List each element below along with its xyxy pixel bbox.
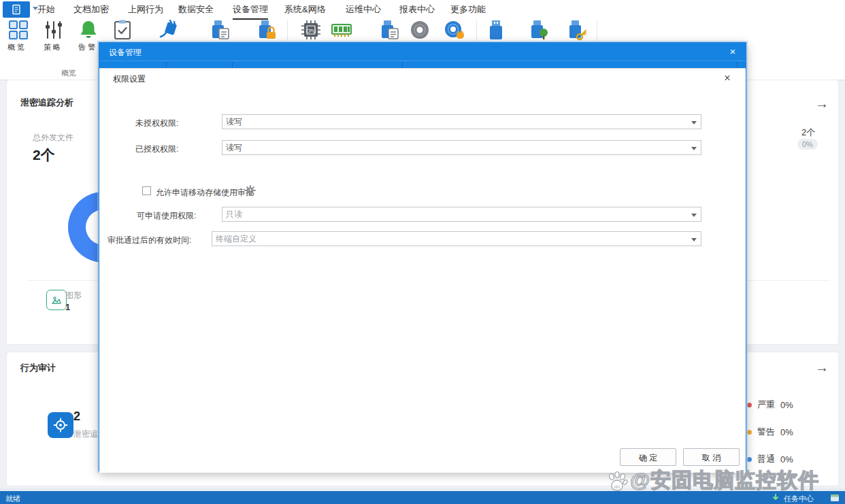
- side-stat-badge: 0%: [797, 139, 818, 150]
- memory-icon[interactable]: [331, 19, 352, 41]
- cpu-icon[interactable]: CPU: [300, 19, 322, 41]
- severity-row-warning: 警告 0%: [747, 426, 793, 438]
- ok-button[interactable]: 确 定: [620, 448, 676, 466]
- severity-label: 严重: [757, 399, 775, 411]
- severity-row-critical: 严重 0%: [747, 399, 793, 411]
- leak-trace-stat-box[interactable]: [48, 412, 73, 438]
- toolbar-label-alert[interactable]: 告 警: [78, 42, 95, 52]
- device-management-dialog: 设备管理 × 权限设置 × 未授权权限: 读写 已授权权限: 读写: [99, 42, 746, 471]
- usb-lock-icon[interactable]: [256, 19, 278, 41]
- select-value: 终端自定义: [216, 233, 256, 245]
- tab-device-management[interactable]: 设备管理: [233, 3, 268, 20]
- overview-icon[interactable]: [7, 19, 29, 41]
- tab-doc-encrypt[interactable]: 文档加密: [73, 3, 109, 16]
- task-window-icon[interactable]: [830, 494, 840, 502]
- app-menu-icon: [11, 4, 22, 15]
- tab-web-behavior[interactable]: 上网行为: [128, 3, 163, 16]
- panel1-arrow-link[interactable]: →: [815, 97, 829, 110]
- gear-icon[interactable]: [245, 185, 256, 196]
- panel-close-icon[interactable]: ×: [721, 72, 733, 84]
- select-value: 读写: [226, 116, 242, 128]
- cd-icon[interactable]: [409, 19, 431, 41]
- tab-data-security[interactable]: 数据安全: [178, 3, 214, 16]
- severity-dot-warning: [747, 430, 752, 435]
- select-valid-time[interactable]: 终端自定义: [212, 231, 701, 246]
- approval-checkbox-label: 允许申请移动存储使用审批: [156, 187, 254, 199]
- toolbar-separator: [287, 20, 288, 41]
- chevron-down-icon: [691, 121, 697, 124]
- severity-dot-critical: [747, 403, 752, 407]
- side-stat-value: 2个: [801, 127, 815, 139]
- usb-tree-icon[interactable]: [528, 19, 550, 41]
- field-label-unauthorized: 未授权权限:: [135, 118, 178, 129]
- app-menu-button[interactable]: [3, 1, 30, 18]
- panel2-arrow-link[interactable]: →: [815, 360, 829, 374]
- legend-label: 图形: [65, 290, 82, 301]
- chevron-down-icon: [691, 238, 697, 241]
- select-unauthorized-permission[interactable]: 读写: [222, 114, 701, 129]
- toolbar-separator: [476, 20, 477, 41]
- field-label-valid-time: 审批通过后的有效时间:: [107, 235, 191, 246]
- cd-burn-icon[interactable]: [444, 19, 465, 41]
- behavior-stat-value: 2: [73, 409, 80, 424]
- stat-value: 2个: [33, 146, 55, 165]
- severity-label: 普通: [757, 453, 775, 465]
- dialog-titlebar[interactable]: 设备管理 ×: [99, 43, 746, 61]
- tab-start[interactable]: 开始: [37, 3, 55, 16]
- usb-drive-icon[interactable]: [485, 19, 507, 41]
- svg-text:CPU: CPU: [306, 29, 316, 33]
- app-window: 开始 文档加密 上网行为 数据安全 设备管理 系统&网络 运维中心 报表中心 更…: [0, 0, 845, 504]
- tab-ops-center[interactable]: 运维中心: [346, 3, 381, 16]
- field-label-requestable: 可申请使用权限:: [137, 210, 196, 222]
- severity-dot-normal: [747, 457, 752, 462]
- severity-value: 0%: [780, 400, 793, 410]
- legend-image-box: [46, 290, 67, 310]
- panel-title: 行为审计: [20, 362, 56, 374]
- select-value: 只读: [226, 209, 242, 220]
- stat-label: 总外发文件: [33, 132, 73, 144]
- severity-value: 0%: [780, 427, 793, 437]
- severity-label: 警告: [757, 426, 775, 438]
- task-center-link[interactable]: 任务中心: [784, 494, 814, 504]
- ribbon-group-label: 概览: [61, 68, 76, 78]
- toolbar-separator: [597, 20, 597, 41]
- tab-system-network[interactable]: 系统&网络: [284, 3, 326, 16]
- toolbar-label-policy[interactable]: 策 略: [44, 42, 61, 52]
- cancel-button[interactable]: 取 消: [683, 448, 740, 466]
- chevron-down-icon: [691, 147, 697, 150]
- chevron-down-icon: [691, 214, 697, 217]
- tab-more-features[interactable]: 更多功能: [450, 3, 486, 16]
- legend-value: 1: [65, 302, 70, 312]
- policy-icon[interactable]: [43, 19, 65, 41]
- target-icon: [53, 418, 68, 433]
- statusbar: 就绪 任务中心: [0, 491, 845, 504]
- dialog-body: 权限设置 × 未授权权限: 读写 已授权权限: 读写 允许申请移动存储使用审批: [99, 68, 746, 473]
- usb-plug-icon[interactable]: [158, 19, 180, 41]
- status-ready-text: 就绪: [5, 494, 20, 504]
- usb-key-icon[interactable]: [566, 19, 588, 41]
- permission-settings-title: 权限设置: [113, 73, 146, 85]
- toolbar-label-overview[interactable]: 概 览: [7, 42, 24, 52]
- field-label-authorized: 已授权权限:: [135, 144, 178, 155]
- approval-clipboard-icon[interactable]: [112, 19, 133, 41]
- alert-bell-icon[interactable]: [78, 19, 99, 41]
- usb-report-icon[interactable]: [209, 19, 231, 41]
- approval-checkbox[interactable]: [142, 186, 151, 195]
- image-icon: [51, 295, 62, 305]
- select-authorized-permission[interactable]: 读写: [222, 140, 701, 155]
- dialog-close-icon[interactable]: ×: [727, 46, 739, 58]
- download-arrow-icon[interactable]: [772, 494, 780, 502]
- severity-row-normal: 普通 0%: [747, 453, 793, 465]
- severity-value: 0%: [780, 454, 793, 465]
- select-requestable-permission[interactable]: 只读: [222, 207, 701, 222]
- select-value: 读写: [226, 142, 242, 154]
- tab-report-center[interactable]: 报表中心: [399, 3, 435, 16]
- dialog-title: 设备管理: [109, 47, 142, 58]
- usb-report-icon-2[interactable]: [378, 19, 400, 41]
- panel-title: 泄密追踪分析: [20, 97, 73, 109]
